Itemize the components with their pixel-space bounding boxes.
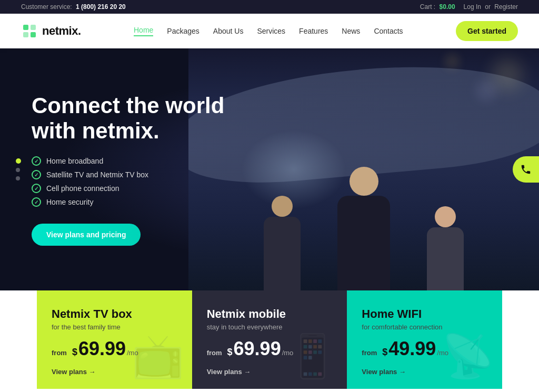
tv-card-title: Netmix TV box (52, 307, 177, 321)
tv-price-from: from (52, 349, 67, 357)
pricing-card-wifi: 📡 Home WIFI for comfortable connection f… (347, 290, 502, 389)
logo-icon (21, 23, 38, 39)
feature-4: Home security (32, 197, 232, 207)
phone-icon (520, 164, 532, 175)
pricing-section: 📺 Netmix TV box for the best family time… (0, 290, 539, 389)
svg-rect-1 (31, 25, 36, 30)
cart-info: Cart : $0.00 (420, 3, 455, 11)
top-bar: Customer service: 1 (800) 216 20 20 Cart… (0, 0, 539, 14)
hero-section: Connect the world with netmix. Home broa… (0, 48, 539, 290)
nav-packages[interactable]: Packages (167, 27, 199, 35)
logo-text: netmix. (42, 24, 81, 38)
about-section: Experience the magic of technology (0, 389, 539, 392)
mobile-card-subtitle: stay in touch everywhere (207, 323, 333, 331)
cart-amount: $0.00 (440, 3, 455, 11)
feature-3: Cell phone connection (32, 184, 232, 193)
svg-rect-2 (23, 32, 28, 37)
hero-dot-2[interactable] (16, 168, 20, 172)
top-bar-right: Cart : $0.00 Log In or Register (420, 3, 518, 11)
main-nav: Home Packages About Us Services Features… (134, 26, 403, 36)
feature-2: Satellite TV and Netmix TV box (32, 170, 232, 179)
feature-1: Home broadband (32, 156, 232, 166)
wifi-card-title: Home WIFI (362, 307, 487, 321)
nav-features[interactable]: Features (299, 27, 328, 35)
logo[interactable]: netmix. (21, 23, 81, 39)
nav-news[interactable]: News (342, 27, 360, 35)
hero-dots (16, 158, 21, 180)
check-icon-4 (32, 197, 41, 207)
mobile-price-currency: $ (227, 347, 233, 357)
wifi-card-subtitle: for comfortable connection (362, 323, 487, 331)
tv-price-currency: $ (72, 347, 77, 357)
auth-links: Log In or Register (464, 3, 518, 11)
mobile-view-plans-link[interactable]: View plans → (207, 368, 251, 376)
customer-service: Customer service: 1 (800) 216 20 20 (21, 3, 126, 11)
nav-contacts[interactable]: Contacts (374, 27, 403, 35)
check-icon-2 (32, 170, 41, 179)
check-icon-1 (32, 156, 41, 166)
check-icon-3 (32, 184, 41, 193)
nav-about[interactable]: About Us (213, 27, 244, 35)
phone-button[interactable] (513, 156, 539, 183)
nav-services[interactable]: Services (257, 27, 285, 35)
hero-title: Connect the world with netmix. (32, 93, 232, 144)
tv-card-subtitle: for the best family time (52, 323, 177, 331)
customer-phone: 1 (800) 216 20 20 (76, 3, 126, 11)
hero-content: Connect the world with netmix. Home broa… (0, 62, 253, 278)
header: netmix. Home Packages About Us Services … (0, 14, 539, 48)
wifi-price-from: from (362, 349, 377, 357)
mobile-price-number: 69.99 (234, 339, 281, 358)
pricing-card-mobile: 📱 Netmix mobile stay in touch everywhere… (192, 290, 347, 389)
hero-features: Home broadband Satellite TV and Netmix T… (32, 156, 232, 207)
register-link[interactable]: Register (494, 3, 518, 11)
tv-view-plans-link[interactable]: View plans → (52, 368, 96, 376)
svg-rect-0 (23, 25, 28, 30)
hero-dot-1[interactable] (16, 158, 21, 164)
wifi-price-currency: $ (382, 347, 387, 357)
mobile-price-from: from (207, 349, 222, 357)
pricing-card-tv: 📺 Netmix TV box for the best family time… (37, 290, 192, 389)
wifi-view-plans-link[interactable]: View plans → (362, 368, 406, 376)
wifi-price-number: 49.99 (388, 339, 436, 358)
view-plans-button[interactable]: View plans and pricing (32, 224, 141, 246)
nav-home[interactable]: Home (134, 26, 153, 36)
tv-price-number: 69.99 (78, 339, 126, 358)
login-link[interactable]: Log In (464, 3, 481, 11)
hero-dot-3[interactable] (16, 176, 20, 180)
get-started-button[interactable]: Get started (456, 21, 518, 41)
customer-service-label: Customer service: (21, 3, 72, 11)
mobile-card-title: Netmix mobile (207, 307, 333, 321)
svg-rect-3 (31, 32, 36, 37)
